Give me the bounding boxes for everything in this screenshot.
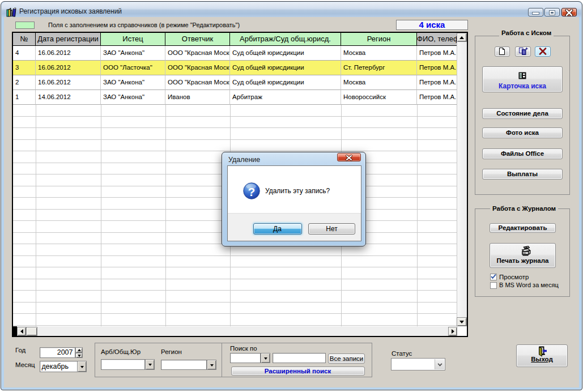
svg-text:?: ? [248,185,256,198]
